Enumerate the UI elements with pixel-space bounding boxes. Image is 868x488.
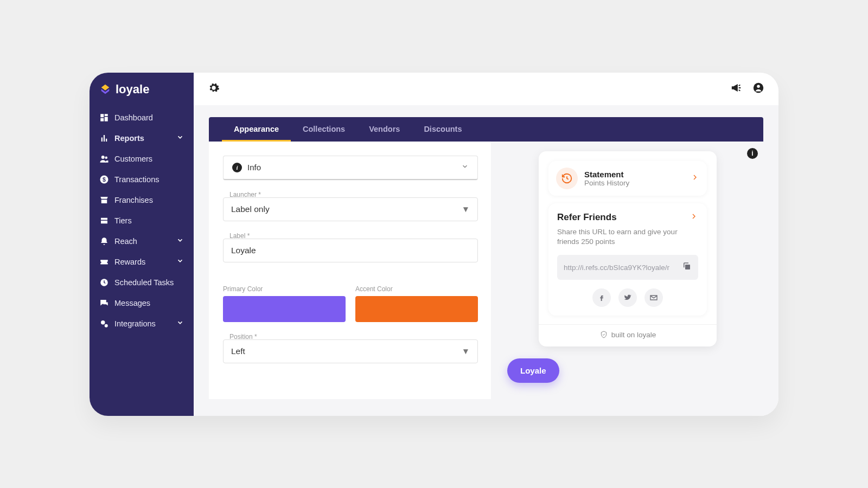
launcher-select[interactable]: Label only ▼ [223,197,478,221]
svg-point-10 [757,85,760,88]
tab-appearance[interactable]: Appearance [222,117,291,142]
copy-icon[interactable] [682,261,692,273]
sidebar-item-integrations[interactable]: Integrations [90,313,194,334]
gears-icon [99,319,109,329]
svg-point-1 [105,156,108,159]
chevron-down-icon [461,163,469,172]
megaphone-icon[interactable] [731,82,743,96]
sidebar-item-label: Messages [114,299,150,307]
info-section-header[interactable]: i Info [223,156,478,180]
share-icons [557,288,698,307]
label-value: Loyale [231,246,256,255]
built-label: built on loyale [611,331,656,339]
svg-text:$: $ [103,176,106,182]
chevron-down-icon [176,133,184,143]
svg-rect-4 [101,217,107,220]
position-value: Left [231,346,245,356]
chevron-down-icon [176,236,184,246]
sidebar: loyale Dashboard Reports Customers $ Tra… [90,73,194,416]
statement-title: Statement [584,170,629,179]
app-window: loyale Dashboard Reports Customers $ Tra… [90,73,778,416]
main: Appearance Collections Vendors Discounts… [194,73,778,416]
info-label: Info [247,163,261,172]
tab-discounts[interactable]: Discounts [412,117,474,142]
sidebar-item-label: Franchises [114,196,153,204]
sidebar-item-tiers[interactable]: Tiers [90,210,194,231]
svg-point-8 [105,324,108,327]
sidebar-item-customers[interactable]: Customers [90,149,194,169]
tabs: Appearance Collections Vendors Discounts [209,117,763,142]
account-icon[interactable] [752,82,764,96]
position-select[interactable]: Left ▼ [223,339,478,363]
refer-title: Refer Friends [557,212,617,223]
sidebar-item-messages[interactable]: Messages [90,293,194,313]
settings-icon[interactable] [208,82,220,96]
store-icon [99,195,109,205]
chevron-down-icon [176,319,184,328]
refer-desc: Share this URL to earn and give your fri… [557,227,698,248]
refer-url: http://i.refs.cc/bSIca9YK?loyale/r [564,264,678,272]
sidebar-item-label: Scheduled Tasks [114,278,174,287]
accent-color-swatch[interactable] [355,296,478,322]
dropdown-arrow-icon: ▼ [462,204,470,214]
bar-chart-icon [99,133,109,143]
dropdown-arrow-icon: ▼ [462,346,470,356]
launcher-value: Label only [231,204,270,214]
sidebar-item-scheduled-tasks[interactable]: Scheduled Tasks [90,272,194,293]
people-icon [99,154,109,164]
sidebar-item-label: Tiers [114,216,132,225]
statement-row[interactable]: Statement Points History [548,161,707,196]
sidebar-item-label: Transactions [114,175,159,184]
panel-body: i Info Launcher * Label only ▼ Label * L… [209,142,763,400]
launcher-preview-button[interactable]: Loyale [507,358,559,383]
sidebar-item-label: Rewards [114,258,145,266]
label-input[interactable]: Loyale [223,239,478,262]
email-icon[interactable] [644,288,663,307]
chevron-right-icon [691,173,699,184]
brand-name: loyale [116,82,149,97]
sidebar-item-rewards[interactable]: Rewards [90,252,194,272]
facebook-icon[interactable] [592,288,611,307]
twitter-icon[interactable] [618,288,637,307]
ticket-icon [99,257,109,267]
accent-color-label: Accent Color [355,285,478,293]
svg-rect-5 [101,221,107,223]
refer-card: Refer Friends Share this URL to earn and… [548,203,707,316]
widget-preview: Statement Points History Refer Friends S… [539,151,717,347]
sidebar-item-franchises[interactable]: Franchises [90,190,194,210]
chat-icon [99,298,109,308]
brand: loyale [90,82,194,104]
sidebar-item-label: Integrations [114,319,156,328]
history-icon [556,168,578,189]
shield-icon [599,330,608,339]
sidebar-item-dashboard[interactable]: Dashboard [90,107,194,128]
sidebar-item-label: Customers [114,155,152,163]
svg-point-7 [101,320,105,325]
nav: Dashboard Reports Customers $ Transactio… [90,104,194,334]
statement-subtitle: Points History [584,179,629,187]
content: Appearance Collections Vendors Discounts… [194,105,778,416]
tab-collections[interactable]: Collections [291,117,357,142]
refer-url-box: http://i.refs.cc/bSIca9YK?loyale/r [557,255,698,280]
chevron-down-icon [176,257,184,266]
sidebar-item-label: Reports [114,134,144,143]
topbar [194,73,778,105]
brand-logo-icon [99,84,111,95]
info-badge-icon[interactable]: i [747,148,758,159]
built-on-loyale: built on loyale [539,324,717,339]
sidebar-item-transactions[interactable]: $ Transactions [90,169,194,190]
bell-icon [99,236,109,246]
tab-vendors[interactable]: Vendors [357,117,412,142]
sidebar-item-reports[interactable]: Reports [90,128,194,149]
grid-icon [99,113,109,123]
sidebar-item-label: Dashboard [114,113,153,122]
layers-icon [99,216,109,226]
chevron-right-icon [690,212,698,223]
svg-point-0 [101,156,105,159]
sidebar-item-label: Reach [114,237,137,246]
appearance-form: i Info Launcher * Label only ▼ Label * L… [223,156,478,367]
primary-color-swatch[interactable] [223,296,346,322]
clock-icon [99,278,109,287]
info-icon: i [232,163,242,172]
sidebar-item-reach[interactable]: Reach [90,231,194,252]
